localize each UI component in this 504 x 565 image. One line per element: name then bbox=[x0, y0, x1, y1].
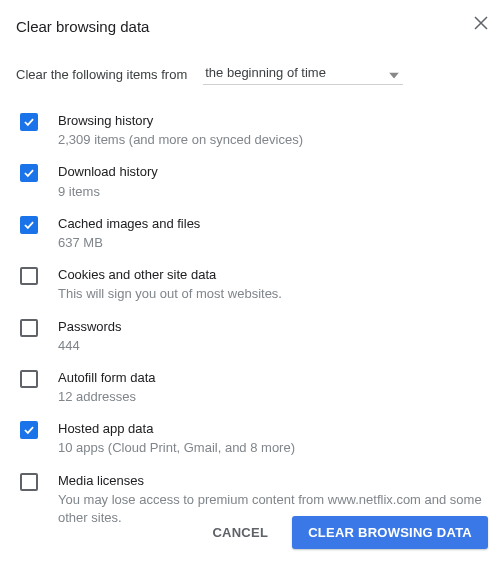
option-sublabel: 444 bbox=[58, 337, 488, 355]
checkbox-unchecked-icon bbox=[20, 370, 38, 388]
option-row: Passwords444 bbox=[16, 311, 488, 362]
option-row: Browsing history2,309 items (and more on… bbox=[16, 105, 488, 156]
checkbox-checked-icon bbox=[20, 164, 38, 182]
dialog-actions: Cancel Clear Browsing Data bbox=[196, 516, 488, 549]
time-range-select[interactable]: the beginning of time bbox=[203, 63, 403, 85]
option-checkbox[interactable] bbox=[20, 113, 38, 131]
option-text: Browsing history2,309 items (and more on… bbox=[58, 112, 488, 149]
option-text: Download history9 items bbox=[58, 163, 488, 200]
option-checkbox[interactable] bbox=[20, 473, 38, 491]
close-button[interactable] bbox=[474, 16, 488, 33]
close-icon bbox=[474, 18, 488, 33]
option-row: Download history9 items bbox=[16, 156, 488, 207]
checkbox-unchecked-icon bbox=[20, 473, 38, 491]
options-list: Browsing history2,309 items (and more on… bbox=[16, 105, 488, 534]
option-sublabel: 9 items bbox=[58, 183, 488, 201]
option-text: Passwords444 bbox=[58, 318, 488, 355]
option-row: Cookies and other site dataThis will sig… bbox=[16, 259, 488, 310]
option-label: Hosted app data bbox=[58, 420, 488, 438]
option-sublabel: 10 apps (Cloud Print, Gmail, and 8 more) bbox=[58, 439, 488, 457]
option-checkbox[interactable] bbox=[20, 164, 38, 182]
option-row: Autofill form data12 addresses bbox=[16, 362, 488, 413]
option-label: Download history bbox=[58, 163, 488, 181]
option-label: Browsing history bbox=[58, 112, 488, 130]
option-checkbox[interactable] bbox=[20, 370, 38, 388]
option-text: Autofill form data12 addresses bbox=[58, 369, 488, 406]
checkbox-checked-icon bbox=[20, 216, 38, 234]
option-sublabel: 2,309 items (and more on synced devices) bbox=[58, 131, 488, 149]
option-label: Cached images and files bbox=[58, 215, 488, 233]
option-sublabel: 637 MB bbox=[58, 234, 488, 252]
dialog-header: Clear browsing data bbox=[16, 18, 488, 35]
option-label: Autofill form data bbox=[58, 369, 488, 387]
option-sublabel: 12 addresses bbox=[58, 388, 488, 406]
time-range-row: Clear the following items from the begin… bbox=[16, 63, 488, 85]
option-label: Passwords bbox=[58, 318, 488, 336]
option-row: Hosted app data10 apps (Cloud Print, Gma… bbox=[16, 413, 488, 464]
checkbox-unchecked-icon bbox=[20, 319, 38, 337]
time-range-value: the beginning of time bbox=[205, 65, 326, 80]
option-text: Cookies and other site dataThis will sig… bbox=[58, 266, 488, 303]
option-row: Cached images and files637 MB bbox=[16, 208, 488, 259]
checkbox-checked-icon bbox=[20, 113, 38, 131]
cancel-button[interactable]: Cancel bbox=[196, 516, 284, 549]
checkbox-unchecked-icon bbox=[20, 267, 38, 285]
checkbox-checked-icon bbox=[20, 421, 38, 439]
clear-browsing-data-dialog: Clear browsing data Clear the following … bbox=[0, 0, 504, 550]
option-sublabel: This will sign you out of most websites. bbox=[58, 285, 488, 303]
chevron-down-icon bbox=[389, 66, 399, 81]
option-checkbox[interactable] bbox=[20, 319, 38, 337]
option-text: Hosted app data10 apps (Cloud Print, Gma… bbox=[58, 420, 488, 457]
dialog-title: Clear browsing data bbox=[16, 18, 149, 35]
option-checkbox[interactable] bbox=[20, 216, 38, 234]
clear-browsing-data-button[interactable]: Clear Browsing Data bbox=[292, 516, 488, 549]
option-label: Media licenses bbox=[58, 472, 488, 490]
option-checkbox[interactable] bbox=[20, 421, 38, 439]
time-range-prefix: Clear the following items from bbox=[16, 67, 187, 82]
option-checkbox[interactable] bbox=[20, 267, 38, 285]
option-text: Cached images and files637 MB bbox=[58, 215, 488, 252]
option-label: Cookies and other site data bbox=[58, 266, 488, 284]
